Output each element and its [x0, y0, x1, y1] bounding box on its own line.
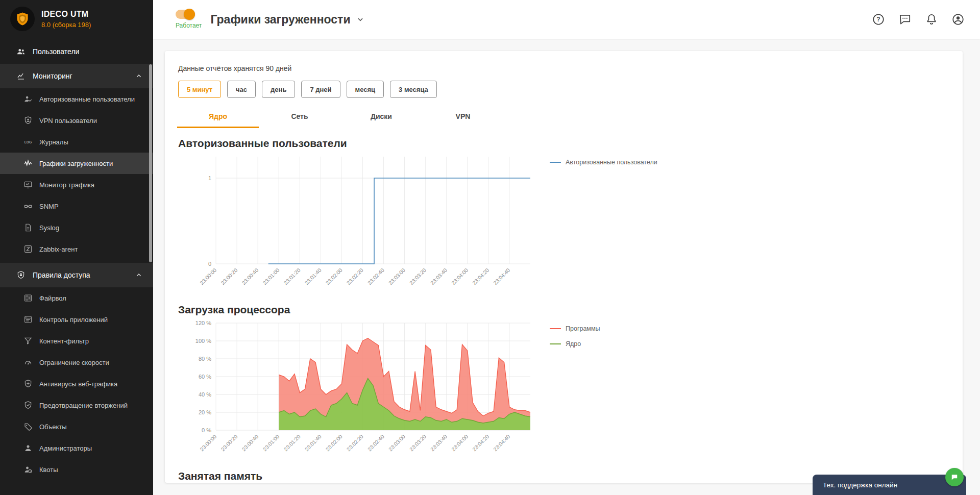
service-status-label: Работает	[176, 22, 202, 29]
toggle-track[interactable]	[176, 10, 195, 19]
svg-text:60 %: 60 %	[199, 374, 211, 380]
legend-item: Программы	[550, 325, 600, 332]
sidebar-nav: ПользователиМониторингАвторизованные пол…	[0, 39, 153, 483]
range-button-day[interactable]: день	[262, 81, 295, 98]
sidebar-item-logs[interactable]: LOGЖурналы	[0, 131, 153, 153]
page-title: Графики загруженности	[210, 13, 350, 27]
svg-text:23:04:00: 23:04:00	[450, 267, 469, 286]
sidebar-group-monitoring[interactable]: Мониторинг	[0, 64, 153, 88]
sidebar-item-vpn-users[interactable]: VPN пользователи	[0, 110, 153, 131]
sidebar-item-zabbix-agent[interactable]: Zabbix-агент	[0, 238, 153, 260]
support-chat-widget[interactable]: Тех. поддержка онлайн	[813, 475, 966, 495]
help-icon[interactable]: ?	[872, 13, 885, 26]
tab-vpn[interactable]: VPN	[422, 106, 504, 128]
legend-swatch-programs	[550, 328, 561, 329]
svg-text:23:00:20: 23:00:20	[219, 433, 238, 452]
sidebar-group-monitoring-label: Мониторинг	[33, 72, 72, 80]
sidebar-group-access-rules[interactable]: Правила доступа	[0, 263, 153, 287]
sidebar-item-admins[interactable]: Администраторы	[0, 437, 153, 459]
monitoring-icon	[16, 71, 26, 81]
syslog-icon	[23, 223, 33, 232]
svg-text:23:01:00: 23:01:00	[261, 267, 280, 286]
sidebar-item-traffic-monitor[interactable]: Монитор трафика	[0, 174, 153, 195]
cpu-load-legend: Программы Ядро	[550, 325, 600, 356]
account-icon[interactable]	[951, 13, 965, 26]
range-button-5min[interactable]: 5 минут	[178, 81, 221, 98]
range-button-hour[interactable]: час	[227, 81, 256, 98]
app-logo[interactable]: IDECO UTM 8.0 (сборка 198)	[0, 0, 153, 39]
chevron-down-icon	[356, 15, 365, 24]
notifications-bell-icon[interactable]	[925, 13, 938, 26]
content-area: Данные отчётов хранятся 90 дней 5 минутч…	[153, 39, 980, 495]
svg-text:LOG: LOG	[24, 140, 32, 144]
sidebar-item-objects[interactable]: Объекты	[0, 416, 153, 437]
svg-text:23:03:00: 23:03:00	[387, 267, 406, 286]
svg-text:23:01:40: 23:01:40	[303, 267, 322, 286]
sidebar-item-app-control[interactable]: Контроль приложений	[0, 309, 153, 330]
sidebar-group-items-monitoring: Авторизованные пользователиVPN пользоват…	[0, 88, 153, 263]
sidebar-item-firewall[interactable]: Файрвол	[0, 287, 153, 309]
main-area: Работает Графики загруженности ? Данн	[153, 0, 980, 495]
sidebar-item-users[interactable]: Пользователи	[0, 39, 153, 64]
sidebar-item-zabbix-agent-label: Zabbix-агент	[39, 245, 78, 253]
sidebar-item-syslog[interactable]: Syslog	[0, 217, 153, 238]
ips-icon	[23, 401, 33, 410]
tab-network[interactable]: Сеть	[259, 106, 340, 128]
sidebar-item-speed-limit-label: Ограничение скорости	[39, 359, 109, 366]
content-filter-icon	[23, 336, 33, 345]
tab-disks[interactable]: Диски	[340, 106, 422, 128]
sidebar-scrollbar-thumb[interactable]	[149, 64, 152, 262]
objects-icon	[23, 422, 33, 431]
svg-text:23:00:00: 23:00:00	[199, 267, 217, 286]
svg-text:1: 1	[208, 175, 211, 181]
cpu-load-chart: 23:00:0023:00:2023:00:4023:01:0023:01:20…	[184, 319, 542, 463]
legend-item: Авторизованные пользователи	[550, 159, 657, 166]
cpu-load-chart-row: 23:00:0023:00:2023:00:4023:01:0023:01:20…	[165, 319, 963, 463]
sidebar-item-traffic-monitor-label: Монитор трафика	[39, 181, 94, 189]
svg-text:80 %: 80 %	[199, 356, 211, 362]
sidebar-item-speed-limit[interactable]: Ограничение скорости	[0, 352, 153, 373]
sidebar-item-admins-label: Администраторы	[39, 444, 92, 452]
support-chat-label: Тех. поддержка онлайн	[823, 481, 897, 489]
traffic-monitor-icon	[23, 180, 33, 189]
sidebar-item-load-graphs[interactable]: Графики загруженности	[0, 153, 153, 174]
range-button-month[interactable]: месяц	[347, 81, 384, 98]
sidebar-item-snmp[interactable]: SNMP	[0, 195, 153, 217]
sidebar-item-authorized-users-label: Авторизованные пользователи	[39, 95, 135, 103]
sidebar-item-quotas-label: Квоты	[39, 466, 58, 474]
sidebar-group-access-rules-label: Правила доступа	[33, 271, 90, 279]
chat-bubble-icon	[950, 473, 959, 482]
load-graphs-icon	[23, 159, 33, 168]
retention-note: Данные отчётов хранятся 90 дней	[165, 51, 963, 72]
range-button-7days[interactable]: 7 дней	[301, 81, 340, 98]
tab-kernel[interactable]: Ядро	[177, 106, 259, 128]
svg-text:23:03:40: 23:03:40	[429, 267, 448, 286]
legend-swatch-kernel	[550, 343, 561, 344]
logo-shield-icon	[10, 7, 35, 31]
svg-text:23:03:20: 23:03:20	[408, 267, 427, 286]
page-title-dropdown[interactable]: Графики загруженности	[210, 13, 364, 27]
feedback-icon[interactable]	[898, 13, 912, 26]
sidebar-item-quotas[interactable]: Квоты	[0, 459, 153, 480]
admins-icon	[23, 443, 33, 453]
time-range-buttons: 5 минутчасдень7 днеймесяц3 месяца	[178, 81, 963, 98]
sidebar-item-content-filter[interactable]: Контент-фильтр	[0, 330, 153, 352]
topbar-icons: ?	[872, 13, 965, 26]
sidebar-item-web-antivirus[interactable]: Антивирусы веб-трафика	[0, 373, 153, 394]
sidebar-item-logs-label: Журналы	[39, 138, 68, 146]
toggle-knob[interactable]	[184, 9, 195, 20]
svg-text:23:04:40: 23:04:40	[492, 267, 511, 286]
sidebar-item-intrusion-prevention[interactable]: Предотвращение вторжений	[0, 394, 153, 416]
svg-text:23:04:20: 23:04:20	[471, 433, 490, 452]
svg-text:100 %: 100 %	[195, 338, 211, 344]
legend-label: Ядро	[566, 340, 581, 348]
sidebar-item-users-label: Пользователи	[33, 47, 79, 56]
range-button-3months[interactable]: 3 месяца	[390, 81, 437, 98]
chat-online-badge[interactable]	[945, 468, 964, 486]
service-toggle[interactable]: Работает	[176, 10, 202, 29]
svg-text:23:02:20: 23:02:20	[345, 267, 364, 286]
sidebar-group-items-access-rules: ФайрволКонтроль приложенийКонтент-фильтр…	[0, 287, 153, 483]
sidebar-item-authorized-users[interactable]: Авторизованные пользователи	[0, 88, 153, 110]
access-rules-icon	[16, 270, 26, 280]
sidebar-item-web-antivirus-label: Антивирусы веб-трафика	[39, 380, 117, 388]
